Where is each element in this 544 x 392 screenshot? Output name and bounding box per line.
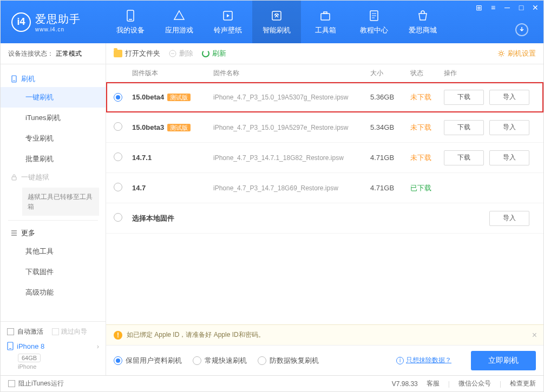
erase-only-link[interactable]: i只想抹除数据？ xyxy=(396,356,451,365)
info-icon: i xyxy=(396,357,404,364)
download-indicator-icon[interactable] xyxy=(515,23,528,36)
folder-icon xyxy=(114,50,122,57)
footer-link-wechat[interactable]: 微信公众号 xyxy=(458,379,491,388)
footer: 阻止iTunes运行 V7.98.33 客服 | 微信公众号 | 检查更新 xyxy=(1,375,543,391)
close-button[interactable]: ✕ xyxy=(530,3,540,12)
version-label: V7.98.33 xyxy=(392,380,418,388)
lock-icon xyxy=(10,174,18,181)
sidebar-item[interactable]: 高级功能 xyxy=(1,282,106,303)
svg-point-13 xyxy=(500,52,502,55)
jailbreak-note: 越狱工具已转移至工具箱 xyxy=(22,188,99,216)
logo: i4 爱思助手 www.i4.cn xyxy=(1,12,106,32)
svg-rect-7 xyxy=(12,76,16,82)
auto-activate-checkbox[interactable] xyxy=(7,328,14,335)
grid-icon[interactable]: ⊞ xyxy=(474,3,484,12)
radio-icon[interactable] xyxy=(114,183,122,191)
delete-button[interactable]: 删除 xyxy=(169,49,193,58)
svg-rect-1 xyxy=(129,19,132,20)
sidebar-head-more[interactable]: 更多 xyxy=(1,225,106,241)
import-button[interactable]: 导入 xyxy=(489,150,529,165)
delete-icon xyxy=(169,50,176,57)
sidebar-item[interactable]: iTunes刷机 xyxy=(1,108,106,128)
download-button[interactable]: 下载 xyxy=(444,90,484,105)
nav-icon xyxy=(416,9,429,22)
refresh-button[interactable]: 刷新 xyxy=(202,49,226,58)
app-header: i4 爱思助手 www.i4.cn 我的设备应用游戏铃声壁纸智能刷机工具箱教程中… xyxy=(1,1,543,43)
download-button[interactable]: 下载 xyxy=(444,150,484,165)
refresh-icon xyxy=(202,50,209,57)
connection-status: 设备连接状态： 正常模式 xyxy=(1,43,106,64)
tip-close-button[interactable]: × xyxy=(532,330,537,340)
open-folder-button[interactable]: 打开文件夹 xyxy=(114,49,160,58)
device-type: iPhone xyxy=(18,363,99,370)
svg-rect-11 xyxy=(9,348,11,349)
device-panel: 自动激活 跳过向导 iPhone 8 › 64GB iPhone xyxy=(1,321,106,375)
footer-link-update[interactable]: 检查更新 xyxy=(510,379,536,388)
nav-item-1[interactable]: 应用游戏 xyxy=(155,1,204,43)
radio-icon[interactable] xyxy=(114,213,122,222)
nav-item-0[interactable]: 我的设备 xyxy=(106,1,155,43)
nav-item-6[interactable]: 爱思商城 xyxy=(398,1,447,43)
nav-item-2[interactable]: 铃声壁纸 xyxy=(204,1,252,43)
device-storage: 64GB xyxy=(18,354,41,362)
nav-icon xyxy=(221,9,234,22)
option-anti-recovery[interactable]: 防数据恢复刷机 xyxy=(258,356,319,366)
beta-badge: 测试版 xyxy=(167,94,191,101)
nav-icon xyxy=(173,9,186,22)
footer-link-support[interactable]: 客服 xyxy=(427,379,440,388)
gear-icon xyxy=(497,50,505,57)
skip-wizard-checkbox[interactable] xyxy=(52,328,59,335)
import-button[interactable]: 导入 xyxy=(489,90,529,105)
flash-settings-button[interactable]: 刷机设置 xyxy=(497,49,536,58)
maximize-button[interactable]: □ xyxy=(516,3,526,12)
nav-item-3[interactable]: 智能刷机 xyxy=(252,1,301,43)
radio-icon[interactable] xyxy=(114,93,122,102)
logo-icon: i4 xyxy=(11,12,31,32)
table-header: 固件版本 固件名称 大小 状态 操作 xyxy=(106,64,543,82)
download-button[interactable]: 下载 xyxy=(444,120,484,135)
menu-icon xyxy=(10,229,18,237)
sidebar-item[interactable]: 专业刷机 xyxy=(1,128,106,149)
import-button[interactable]: 导入 xyxy=(489,211,529,226)
sidebar-item[interactable]: 批量刷机 xyxy=(1,149,106,169)
nav-item-4[interactable]: 工具箱 xyxy=(301,1,350,43)
tip-bar: ! 如已绑定 Apple ID，请准备好 Apple ID和密码。 × xyxy=(106,324,543,345)
nav-item-5[interactable]: 教程中心 xyxy=(350,1,398,43)
menu-icon[interactable]: ≡ xyxy=(488,3,498,12)
svg-rect-5 xyxy=(324,12,327,14)
import-button[interactable]: 导入 xyxy=(489,120,529,135)
firmware-row[interactable]: 14.7iPhone_4.7_P3_14.7_18G69_Restore.ips… xyxy=(106,173,543,203)
minimize-button[interactable]: ─ xyxy=(502,3,512,12)
nav-icon xyxy=(368,9,381,22)
sidebar-head-flash[interactable]: 刷机 xyxy=(1,71,106,87)
nav-icon xyxy=(270,9,283,22)
sidebar: 设备连接状态： 正常模式 刷机 一键刷机iTunes刷机专业刷机批量刷机 一键越… xyxy=(1,43,106,375)
flash-options: 保留用户资料刷机 常规快速刷机 防数据恢复刷机 i只想抹除数据？ 立即刷机 xyxy=(106,345,543,375)
main-content: 打开文件夹 删除 刷新 刷机设置 固件版本 固件名称 大小 状态 操作 15.0… xyxy=(106,43,543,375)
local-firmware-row[interactable]: 选择本地固件导入 xyxy=(106,203,543,234)
flash-now-button[interactable]: 立即刷机 xyxy=(471,351,536,370)
sidebar-item[interactable]: 下载固件 xyxy=(1,262,106,282)
option-keep-data[interactable]: 保留用户资料刷机 xyxy=(114,356,182,366)
main-nav: 我的设备应用游戏铃声壁纸智能刷机工具箱教程中心爱思商城 xyxy=(106,1,447,43)
warning-icon: ! xyxy=(114,331,122,340)
svg-rect-4 xyxy=(321,14,330,20)
firmware-row[interactable]: 14.7.1iPhone_4.7_P3_14.7.1_18G82_Restore… xyxy=(106,143,543,173)
block-itunes-checkbox[interactable] xyxy=(8,380,15,387)
flash-icon xyxy=(10,75,18,83)
radio-icon xyxy=(114,356,122,365)
firmware-table: 15.0beta4测试版iPhone_4.7_P3_15.0_19A5307g_… xyxy=(106,82,543,324)
radio-icon[interactable] xyxy=(114,122,122,131)
sidebar-item[interactable]: 其他工具 xyxy=(1,241,106,262)
toolbar: 打开文件夹 删除 刷新 刷机设置 xyxy=(106,43,543,64)
sidebar-head-jailbreak: 一键越狱 xyxy=(1,169,106,185)
nav-icon xyxy=(124,9,137,22)
device-name[interactable]: iPhone 8 › xyxy=(7,342,99,350)
svg-rect-9 xyxy=(12,177,16,180)
option-normal-flash[interactable]: 常规快速刷机 xyxy=(193,356,247,366)
firmware-row[interactable]: 15.0beta4测试版iPhone_4.7_P3_15.0_19A5307g_… xyxy=(106,82,543,112)
firmware-row[interactable]: 15.0beta3测试版iPhone_4.7_P3_15.0_19A5297e_… xyxy=(106,112,543,143)
radio-icon[interactable] xyxy=(114,152,122,161)
sidebar-item[interactable]: 一键刷机 xyxy=(1,87,106,108)
window-controls: ⊞ ≡ ─ □ ✕ xyxy=(474,3,540,12)
